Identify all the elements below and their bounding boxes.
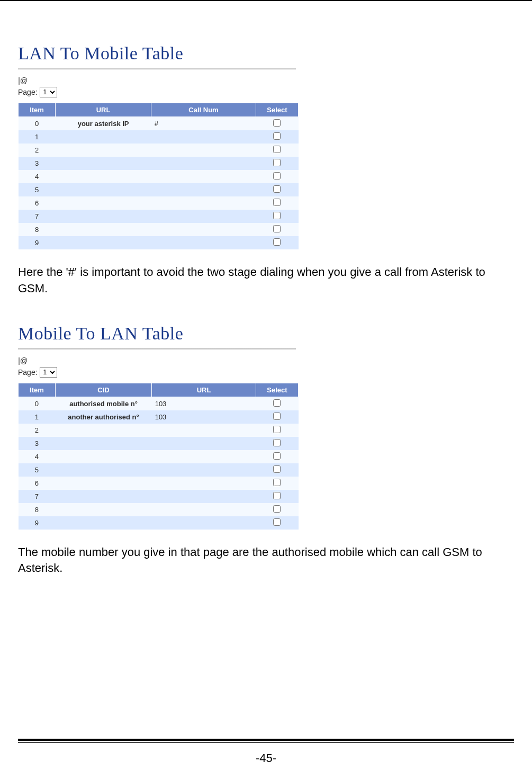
- table-row: 4: [19, 170, 299, 183]
- cell-cid: another authorised n°: [55, 410, 151, 424]
- table-row: 0your asterisk IP#: [19, 117, 299, 131]
- select-checkbox[interactable]: [273, 505, 281, 513]
- cell-select: [256, 424, 298, 437]
- cell-url: [152, 503, 256, 516]
- table-row: 5: [19, 183, 299, 196]
- cell-url: 103: [152, 410, 256, 424]
- cell-url: [152, 450, 256, 463]
- cell-url: [56, 144, 151, 157]
- cell-select: [256, 503, 298, 516]
- cell-url: [152, 424, 256, 437]
- cell-cid: [55, 477, 151, 490]
- page-label: Page:: [18, 368, 38, 376]
- table-row: 6: [19, 196, 299, 210]
- cell-select: [256, 477, 298, 490]
- cell-item: 2: [19, 424, 56, 437]
- table-row: 2: [19, 144, 299, 157]
- select-checkbox[interactable]: [273, 452, 281, 460]
- page-select[interactable]: 1: [40, 87, 57, 97]
- column-header: URL: [56, 103, 151, 117]
- cell-select: [256, 450, 298, 463]
- cell-callnum: [151, 196, 256, 210]
- cell-item: 0: [19, 397, 56, 410]
- select-checkbox[interactable]: [273, 238, 281, 246]
- cell-url: [56, 210, 151, 223]
- cell-url: [152, 437, 256, 450]
- lan-to-mobile-panel: LAN To Mobile Table |@ Page: 1 ItemURLCa…: [18, 43, 314, 249]
- select-checkbox[interactable]: [273, 439, 281, 446]
- cell-callnum: [151, 144, 256, 157]
- cell-select: [256, 117, 298, 131]
- cell-item: 8: [19, 223, 56, 236]
- select-checkbox[interactable]: [273, 399, 281, 407]
- select-checkbox[interactable]: [273, 132, 281, 140]
- cell-url: [56, 157, 151, 170]
- select-checkbox[interactable]: [273, 465, 281, 473]
- cell-select: [256, 144, 298, 157]
- select-checkbox[interactable]: [273, 479, 281, 486]
- table-row: 9: [19, 236, 299, 249]
- cell-item: 7: [19, 490, 56, 503]
- cell-item: 9: [19, 516, 56, 530]
- cell-url: [152, 490, 256, 503]
- select-checkbox[interactable]: [273, 212, 281, 219]
- cell-item: 3: [19, 437, 56, 450]
- cell-select: [256, 490, 298, 503]
- cell-url: [56, 130, 151, 144]
- table-row: 7: [19, 490, 299, 503]
- select-checkbox[interactable]: [273, 199, 281, 206]
- table-row: 8: [19, 503, 299, 516]
- cell-item: 5: [19, 183, 56, 196]
- cell-url: [152, 463, 256, 477]
- cell-callnum: [151, 130, 256, 144]
- select-checkbox[interactable]: [273, 146, 281, 153]
- column-header: Call Num: [151, 103, 256, 117]
- select-checkbox[interactable]: [273, 119, 281, 127]
- cell-item: 0: [19, 117, 56, 131]
- cell-callnum: [151, 210, 256, 223]
- select-checkbox[interactable]: [273, 185, 281, 193]
- cell-url: [152, 477, 256, 490]
- cell-select: [256, 170, 298, 183]
- cell-item: 3: [19, 157, 56, 170]
- select-checkbox[interactable]: [273, 225, 281, 232]
- table-row: 4: [19, 450, 299, 463]
- cell-item: 7: [19, 210, 56, 223]
- cell-cid: [55, 450, 151, 463]
- select-checkbox[interactable]: [273, 518, 281, 526]
- cell-cid: [55, 503, 151, 516]
- cell-select: [256, 210, 298, 223]
- cell-item: 8: [19, 503, 56, 516]
- mobile-to-lan-panel: Mobile To LAN Table |@ Page: 1 ItemCIDUR…: [18, 324, 314, 530]
- cell-item: 4: [19, 170, 56, 183]
- page-select[interactable]: 1: [40, 367, 57, 378]
- cell-callnum: [151, 183, 256, 196]
- cell-cid: authorised mobile n°: [55, 397, 151, 410]
- column-header: CID: [55, 383, 151, 397]
- cell-callnum: [151, 157, 256, 170]
- table-row: 3: [19, 437, 299, 450]
- cell-callnum: [151, 170, 256, 183]
- select-checkbox[interactable]: [273, 159, 281, 166]
- cell-select: [256, 463, 298, 477]
- table-row: 2: [19, 424, 299, 437]
- select-checkbox[interactable]: [273, 492, 281, 499]
- cell-url: [56, 236, 151, 249]
- select-checkbox[interactable]: [273, 426, 281, 433]
- cell-select: [256, 183, 298, 196]
- column-header: Select: [256, 383, 298, 397]
- cell-callnum: [151, 236, 256, 249]
- cell-item: 4: [19, 450, 56, 463]
- section-title: LAN To Mobile Table: [18, 43, 314, 64]
- page-number: -45-: [0, 751, 532, 765]
- cell-select: [256, 437, 298, 450]
- cell-url: [56, 223, 151, 236]
- select-checkbox[interactable]: [273, 172, 281, 180]
- column-header: Select: [256, 103, 298, 117]
- table-row: 8: [19, 223, 299, 236]
- filter-label: |@: [18, 356, 314, 365]
- select-checkbox[interactable]: [273, 413, 281, 420]
- cell-select: [256, 130, 298, 144]
- cell-url: 103: [152, 397, 256, 410]
- table-row: 5: [19, 463, 299, 477]
